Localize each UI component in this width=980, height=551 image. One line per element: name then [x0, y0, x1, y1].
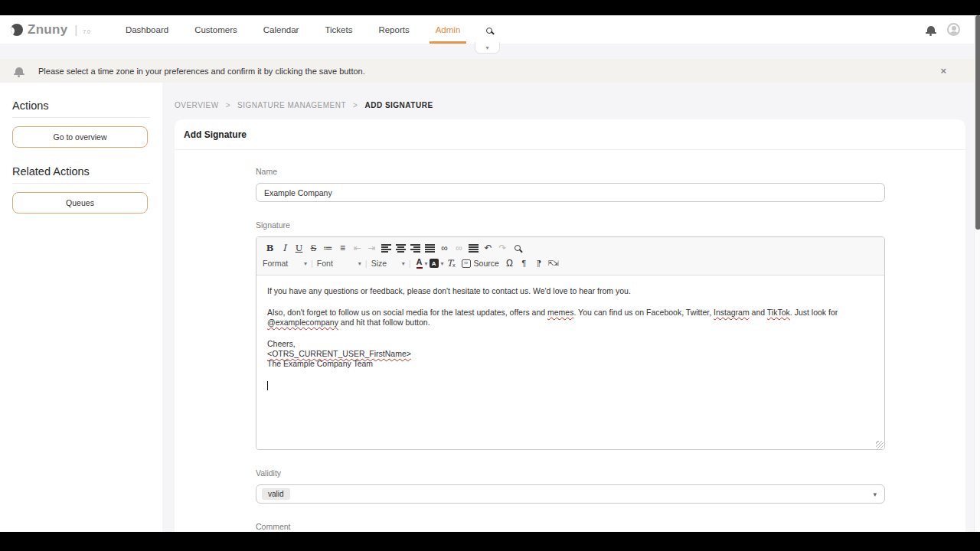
chevron-down-icon: ▾ — [358, 260, 361, 267]
bulleted-list-icon[interactable]: ≡ — [335, 242, 350, 255]
link-icon[interactable]: ∞ — [437, 242, 452, 255]
remove-format-icon[interactable]: Tx — [444, 257, 459, 270]
toolbar-separator: | — [409, 259, 411, 268]
align-right-icon[interactable] — [408, 242, 423, 255]
user-avatar[interactable] — [947, 23, 960, 36]
align-center-icon[interactable] — [394, 242, 408, 255]
toolbar-toggle-tab[interactable]: ▾ — [475, 42, 500, 54]
text-color-icon[interactable]: A▾ — [415, 257, 430, 270]
sidebar-section-title: Actions — [12, 99, 150, 112]
znuny-logo[interactable]: Znuny | 7.0 — [11, 22, 90, 37]
font-select[interactable]: Font▾ — [317, 259, 361, 268]
breadcrumb-item[interactable]: OVERVIEW — [175, 101, 219, 109]
nav-item-admin[interactable]: Admin — [431, 15, 466, 44]
italic-icon[interactable]: I — [277, 242, 292, 255]
browser-viewport: Znuny | 7.0 DashboardCustomersCalendarTi… — [0, 15, 980, 532]
editor-text: . You can find us on Facebook, Twitter, — [573, 308, 714, 317]
resize-handle-icon[interactable] — [876, 441, 884, 448]
richtext-editor: BIUS≔≡⇤⇥∞∞↶↷ Format▾|Font▾|Size▾|A▾A▾Tx‹… — [256, 236, 885, 450]
editor-body[interactable]: If you have any questions or feedback, p… — [256, 276, 884, 449]
editor-line — [267, 380, 874, 390]
nav-item-dashboard[interactable]: Dashboard — [121, 15, 173, 44]
nav-item-calendar[interactable]: Calendar — [259, 15, 304, 44]
sidebar-button-go-to-overview[interactable]: Go to overview — [12, 126, 148, 148]
sidebar: ActionsGo to overviewRelated ActionsQueu… — [0, 83, 162, 532]
divider — [12, 117, 150, 118]
editor-text: . Just look for — [790, 308, 838, 317]
editor-text: The Example Company Team — [267, 359, 373, 368]
znuny-logo-icon — [11, 24, 23, 36]
align-justify-icon[interactable] — [423, 242, 437, 255]
editor-text: TikTok — [767, 308, 790, 317]
nav-item-reports[interactable]: Reports — [374, 15, 413, 44]
toolbar-row-1: BIUS≔≡⇤⇥∞∞↶↷ — [263, 240, 878, 256]
source-icon: ‹› — [462, 259, 471, 268]
source-button[interactable]: ‹›Source — [462, 259, 499, 268]
scrollbar-thumb[interactable] — [975, 15, 980, 230]
name-label: Name — [256, 167, 885, 176]
comment-label: Comment — [256, 522, 885, 531]
format-select[interactable]: Format▾ — [263, 259, 307, 268]
bidi-ltr-icon[interactable]: ¶ — [517, 257, 531, 270]
breadcrumb-item[interactable]: SIGNATURE MANAGEMENT — [237, 101, 346, 109]
editor-toolbar: BIUS≔≡⇤⇥∞∞↶↷ Format▾|Font▾|Size▾|A▾A▾Tx‹… — [256, 237, 884, 276]
editor-paragraph — [267, 380, 874, 390]
page-title: Add Signature — [175, 119, 965, 149]
maximize-icon[interactable]: ⇱⇲ — [546, 257, 560, 270]
editor-text: Cheers, — [267, 339, 296, 348]
sidebar-button-queues[interactable]: Queues — [12, 192, 148, 214]
underline-icon[interactable]: U — [292, 242, 306, 255]
text-caret — [267, 381, 268, 390]
nav-item-customers[interactable]: Customers — [190, 15, 242, 44]
close-icon[interactable]: × — [940, 66, 946, 76]
main-panel: OVERVIEW>SIGNATURE MANAGEMENT>ADD SIGNAT… — [162, 83, 980, 532]
toolbar-separator: | — [365, 259, 368, 268]
strikethrough-icon[interactable]: S — [306, 242, 321, 255]
screen: Znuny | 7.0 DashboardCustomersCalendarTi… — [0, 0, 980, 551]
bold-icon[interactable]: B — [263, 242, 277, 255]
editor-text: and hit that follow button. — [338, 318, 430, 327]
redo-icon: ↷ — [495, 242, 510, 255]
notification-text: Please select a time zone in your prefer… — [38, 67, 365, 76]
validity-label: Validity — [256, 468, 885, 478]
vertical-scrollbar[interactable] — [974, 15, 980, 532]
navbar-right — [927, 23, 960, 36]
notification-bell-icon — [15, 67, 23, 74]
numbered-list-icon[interactable]: ≔ — [321, 242, 335, 255]
editor-line: Cheers, — [267, 339, 874, 349]
horizontal-rule-icon[interactable] — [466, 242, 481, 255]
size-select[interactable]: Size▾ — [371, 259, 405, 268]
editor-text: and — [750, 308, 767, 317]
chevron-down-icon: ▾ — [425, 260, 428, 267]
logo-text: Znuny — [28, 22, 68, 37]
editor-text: <OTRS_CURRENT_USER_FirstName> — [267, 349, 411, 358]
name-input[interactable] — [256, 183, 885, 202]
background-color-icon[interactable]: A▾ — [430, 257, 444, 270]
editor-paragraph: If you have any questions or feedback, p… — [267, 286, 874, 296]
content-area: ActionsGo to overviewRelated ActionsQueu… — [0, 83, 980, 532]
editor-line: The Example Company Team — [267, 359, 874, 369]
align-left-icon[interactable] — [379, 242, 394, 255]
find-icon[interactable] — [510, 242, 524, 255]
signature-label: Signature — [256, 220, 885, 230]
editor-text: memes — [547, 308, 573, 317]
breadcrumb-separator-icon: > — [226, 101, 230, 109]
indent-icon: ⇥ — [364, 242, 379, 255]
chevron-down-icon: ▾ — [402, 260, 405, 267]
editor-text: Also, don't forget to follow us on socia… — [267, 308, 547, 317]
validity-select[interactable]: valid ▾ — [256, 484, 885, 504]
search-icon — [486, 28, 492, 34]
editor-text: If you have any questions or feedback, p… — [267, 286, 631, 295]
bidi-rtl-icon[interactable]: ¶ — [531, 257, 546, 270]
search-button[interactable] — [486, 23, 492, 37]
version-label: 7.0 — [83, 29, 90, 37]
special-character-icon[interactable]: Ω — [502, 257, 517, 270]
outdent-icon: ⇤ — [350, 242, 364, 255]
nav-item-tickets[interactable]: Tickets — [320, 15, 357, 44]
page-gap: ▾ — [0, 44, 980, 59]
undo-icon[interactable]: ↶ — [481, 242, 495, 255]
toolbar-row-2: Format▾|Font▾|Size▾|A▾A▾Tx‹›SourceΩ¶¶⇱⇲ — [263, 256, 878, 271]
add-signature-card: Add Signature Name Signature BIUS≔≡⇤⇥∞∞↶… — [175, 119, 965, 532]
notifications-bell-icon[interactable] — [927, 26, 935, 33]
signature-form: Name Signature BIUS≔≡⇤⇥∞∞↶↷ Format▾|Font… — [175, 150, 965, 532]
